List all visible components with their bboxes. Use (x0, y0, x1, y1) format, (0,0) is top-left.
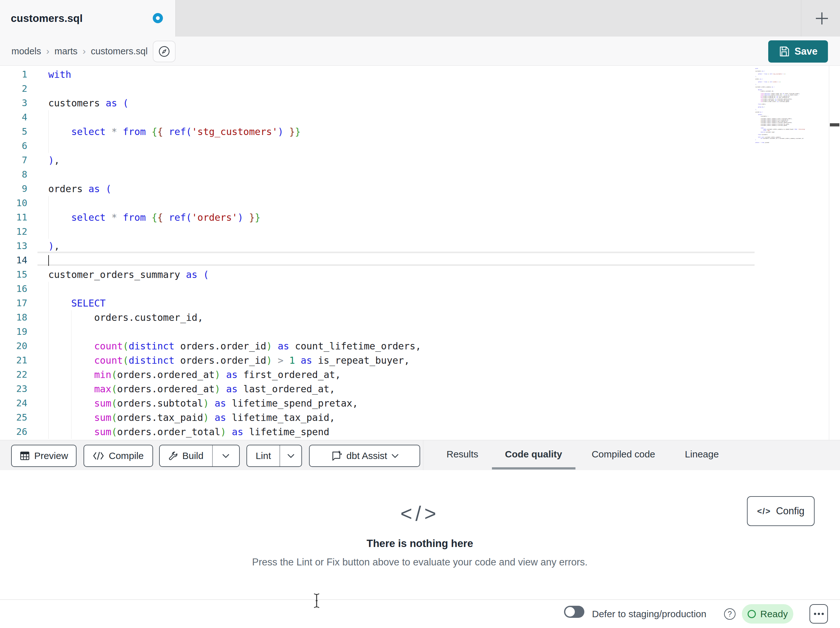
tab-lineage[interactable]: Lineage (685, 440, 719, 468)
indent-guide (48, 353, 49, 367)
code-editor[interactable]: 1with23customers as (45 select * from {{… (0, 66, 840, 440)
line-number[interactable]: 15 (0, 267, 27, 282)
code-line[interactable]: orders.customer_id, (48, 310, 203, 325)
lint-dropdown-button[interactable] (280, 445, 302, 466)
indent-guide (48, 325, 49, 339)
tab-code-quality[interactable]: Code quality (505, 440, 562, 468)
ready-status-badge: Ready (742, 604, 793, 623)
line-number[interactable]: 25 (0, 410, 27, 425)
indent-guide (71, 425, 71, 439)
line-number[interactable]: 22 (0, 367, 27, 382)
code-line[interactable]: with (48, 67, 71, 82)
code-line[interactable]: orders as ( (48, 182, 112, 196)
code-line[interactable]: min(orders.ordered_at) as first_ordered_… (48, 367, 341, 382)
code-line[interactable]: SELECT (48, 296, 106, 310)
indent-guide (71, 310, 71, 325)
build-dropdown-button[interactable] (213, 445, 239, 466)
lint-button[interactable]: Lint (247, 445, 279, 466)
defer-toggle[interactable] (564, 606, 584, 618)
help-icon[interactable]: ? (724, 608, 736, 620)
line-number[interactable]: 26 (0, 425, 27, 439)
dbt-assist-button-label: dbt Assist (346, 451, 387, 461)
toggle-knob (565, 607, 575, 617)
line-number[interactable]: 2 (0, 82, 27, 96)
dbt-assist-button[interactable]: dbt Assist (309, 445, 420, 467)
indent-guide (48, 310, 49, 325)
line-number[interactable]: 13 (0, 239, 27, 253)
chevron-down-icon (392, 454, 399, 458)
line-number[interactable]: 12 (0, 225, 27, 239)
plus-icon (815, 11, 829, 26)
line-number[interactable]: 9 (0, 182, 27, 196)
code-line[interactable]: ), (48, 153, 60, 168)
new-tab-button[interactable] (812, 8, 832, 28)
code-line[interactable]: sum(orders.order_total) as lifetime_spen… (48, 425, 329, 439)
line-number[interactable]: 1 (0, 67, 27, 82)
tab-compiled-code[interactable]: Compiled code (592, 440, 655, 468)
save-button[interactable]: Save (768, 40, 828, 63)
code-line[interactable]: sum(orders.tax_paid) as lifetime_tax_pai… (48, 410, 335, 425)
line-number[interactable]: 18 (0, 310, 27, 325)
line-number[interactable]: 8 (0, 168, 27, 182)
code-line[interactable]: ), (48, 239, 60, 253)
save-floppy-icon (779, 46, 789, 57)
lint-split-button[interactable]: Lint (246, 445, 302, 467)
line-number[interactable]: 3 (0, 96, 27, 110)
line-number[interactable]: 23 (0, 382, 27, 396)
breadcrumb-separator: › (46, 46, 49, 57)
indent-guide (48, 210, 49, 225)
line-number[interactable]: 14 (0, 253, 27, 267)
line-number[interactable]: 21 (0, 353, 27, 367)
scrollbar-thumb[interactable] (830, 123, 839, 127)
line-number[interactable]: 17 (0, 296, 27, 310)
line-number[interactable]: 4 (0, 110, 27, 125)
dot-icon (814, 613, 816, 615)
dot-icon (818, 613, 820, 615)
config-button[interactable]: </> Config (747, 496, 815, 526)
indent-guide (48, 339, 49, 353)
code-line[interactable]: count(distinct orders.order_id) as count… (48, 339, 421, 353)
editor-minimap[interactable]: with customers as ( select * from {{ ref… (755, 68, 823, 147)
breadcrumb-item-models[interactable]: models (11, 46, 41, 57)
line-number[interactable]: 11 (0, 210, 27, 225)
code-line[interactable]: select * from {{ ref('orders') }} (48, 210, 261, 225)
breadcrumb-item-file[interactable]: customers.sql (91, 46, 148, 57)
active-tab-underline (492, 467, 575, 470)
line-number[interactable]: 24 (0, 396, 27, 410)
line-number[interactable]: 7 (0, 153, 27, 168)
build-split-button[interactable]: Build (159, 445, 240, 467)
config-button-label: Config (776, 505, 804, 517)
tab-results[interactable]: Results (447, 440, 478, 468)
code-line[interactable]: customer_orders_summary as ( (48, 267, 209, 282)
assist-chat-sparkle-icon (331, 450, 342, 462)
line-number[interactable]: 16 (0, 282, 27, 296)
indent-guide (71, 339, 71, 353)
table-grid-icon (20, 451, 30, 461)
line-number[interactable]: 20 (0, 339, 27, 353)
code-line[interactable]: max(orders.ordered_at) as last_ordered_a… (48, 382, 335, 396)
build-button[interactable]: Build (160, 445, 212, 466)
editor-scrollbar[interactable] (829, 66, 840, 440)
code-line[interactable]: count(distinct orders.order_id) > 1 as i… (48, 353, 410, 367)
indent-guide (48, 425, 49, 439)
code-line[interactable]: select * from {{ ref('stg_customers') }} (48, 125, 301, 139)
line-number[interactable]: 10 (0, 196, 27, 210)
code-quality-panel: </> There is nothing here Press the Lint… (0, 470, 840, 600)
indent-guide (48, 139, 49, 153)
wrench-icon (168, 451, 178, 460)
more-options-button[interactable] (810, 604, 828, 623)
action-toolbar: Preview Compile Build (0, 440, 840, 470)
compile-button[interactable]: Compile (84, 445, 153, 467)
line-number[interactable]: 19 (0, 325, 27, 339)
open-in-explorer-button[interactable] (153, 41, 175, 62)
chevron-down-icon (222, 454, 229, 458)
indent-guide (48, 225, 49, 239)
preview-button-label: Preview (34, 451, 68, 461)
preview-button[interactable]: Preview (11, 445, 77, 467)
line-number[interactable]: 6 (0, 139, 27, 153)
breadcrumb-item-marts[interactable]: marts (55, 46, 78, 57)
file-tab[interactable]: customers.sql (0, 0, 175, 36)
code-line[interactable]: sum(orders.subtotal) as lifetime_spend_p… (48, 396, 358, 410)
code-line[interactable]: customers as ( (48, 96, 129, 110)
line-number[interactable]: 5 (0, 125, 27, 139)
